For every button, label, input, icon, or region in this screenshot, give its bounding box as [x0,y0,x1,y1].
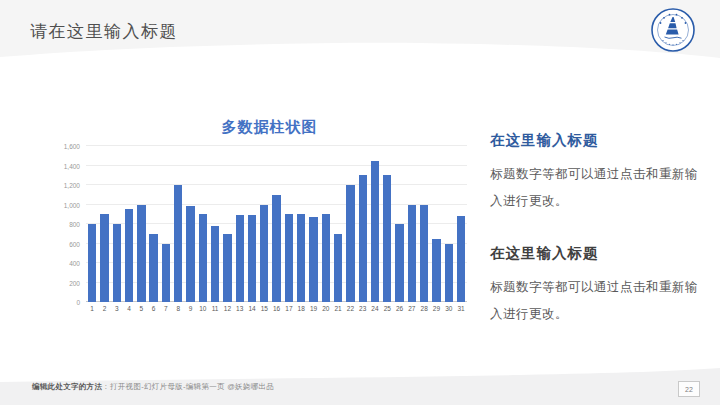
right-text-panel: 在这里输入标题 标题数字等都可以通过点击和重新输入进行更改。 在这里输入标题 标… [490,131,708,328]
bar-slot [406,146,418,302]
university-seal-icon [650,7,696,57]
footer-note: 编辑此处文字的方法：打开视图-幻灯片母版-编辑第一页 @妖娆哪出品 [32,382,274,392]
bar [432,239,440,302]
bar-slot [320,146,332,302]
x-tick-label: 25 [381,305,393,312]
bar-slot [344,146,356,302]
bar-slot [197,146,209,302]
x-tick-label: 7 [160,305,172,312]
section-body: 标题数字等都可以通过点击和重新输入进行更改。 [490,161,708,215]
y-tick-label: 1,600 [64,143,80,150]
bar-slot [86,146,98,302]
x-tick-label: 9 [184,305,196,312]
bar-slot [160,146,172,302]
bar-slot [381,146,393,302]
x-tick-label: 19 [307,305,319,312]
y-tick-label: 1,200 [64,182,80,189]
bar [346,185,354,302]
bar-slot [357,146,369,302]
y-tick-label: 600 [69,240,80,247]
x-tick-label: 17 [283,305,295,312]
chart-area[interactable]: 多数据柱状图 02004006008001,0001,2001,4001,600… [52,118,467,312]
y-tick-label: 400 [69,260,80,267]
bar [100,214,108,302]
x-tick-label: 13 [234,305,246,312]
bar-slot [455,146,467,302]
x-tick-label: 26 [393,305,405,312]
bar [297,214,305,302]
section-heading: 在这里输入标题 [490,244,708,263]
bar [174,185,182,302]
bar [88,224,96,302]
bar-slot [184,146,196,302]
bar [309,217,317,302]
footer-note-bold: 编辑此处文字的方法 [32,382,102,391]
y-tick-label: 800 [69,221,80,228]
bar-slot [332,146,344,302]
bar [395,224,403,302]
text-section-2[interactable]: 在这里输入标题 标题数字等都可以通过点击和重新输入进行更改。 [490,244,708,328]
x-tick-label: 5 [135,305,147,312]
y-tick-label: 1,400 [64,162,80,169]
bar [211,226,219,302]
bar-slot [307,146,319,302]
bar [236,215,244,302]
bar [260,205,268,303]
bar-slot [430,146,442,302]
x-tick-label: 8 [172,305,184,312]
x-tick-label: 29 [430,305,442,312]
bar [149,234,157,302]
y-tick-label: 0 [76,299,80,306]
x-tick-label: 16 [270,305,282,312]
x-tick-label: 15 [258,305,270,312]
bar-slot [270,146,282,302]
bar-slot [295,146,307,302]
bar-slot [172,146,184,302]
bar-slot [369,146,381,302]
chart-bars [86,146,467,302]
section-body: 标题数字等都可以通过点击和重新输入进行更改。 [490,274,708,328]
x-tick-label: 2 [98,305,110,312]
text-section-1[interactable]: 在这里输入标题 标题数字等都可以通过点击和重新输入进行更改。 [490,131,708,215]
x-tick-label: 4 [123,305,135,312]
bar-slot [258,146,270,302]
x-tick-label: 21 [332,305,344,312]
section-heading: 在这里输入标题 [490,131,708,150]
bar-slot [283,146,295,302]
footer-note-rest: ：打开视图-幻灯片母版-编辑第一页 @妖娆哪出品 [102,382,274,391]
bar-slot [135,146,147,302]
x-tick-label: 14 [246,305,258,312]
x-tick-label: 30 [443,305,455,312]
x-tick-label: 10 [197,305,209,312]
bar-slot [234,146,246,302]
bar-slot [246,146,258,302]
bar [420,205,428,303]
x-tick-label: 12 [221,305,233,312]
x-tick-label: 6 [147,305,159,312]
x-tick-label: 20 [320,305,332,312]
slide-canvas: 请在这里输入标题 多数据柱状图 020040060 [0,0,720,405]
bar-slot [418,146,430,302]
bar [457,216,465,302]
bar [322,214,330,302]
bar-slot [147,146,159,302]
x-tick-label: 27 [406,305,418,312]
bar [113,224,121,302]
x-tick-label: 18 [295,305,307,312]
x-tick-label: 11 [209,305,221,312]
bar [272,195,280,302]
slide-title[interactable]: 请在这里输入标题 [30,20,178,43]
chart-title: 多数据柱状图 [72,118,467,137]
chart-x-axis: 1234567891011121314151617181920212223242… [86,305,467,312]
bar-slot [98,146,110,302]
x-tick-label: 1 [86,305,98,312]
bar [223,234,231,302]
bar [285,214,293,302]
bar [199,214,207,302]
bar [186,206,194,302]
bar [383,175,391,302]
bar-slot [209,146,221,302]
x-tick-label: 22 [344,305,356,312]
chart-plot [86,146,467,302]
bar [359,175,367,302]
